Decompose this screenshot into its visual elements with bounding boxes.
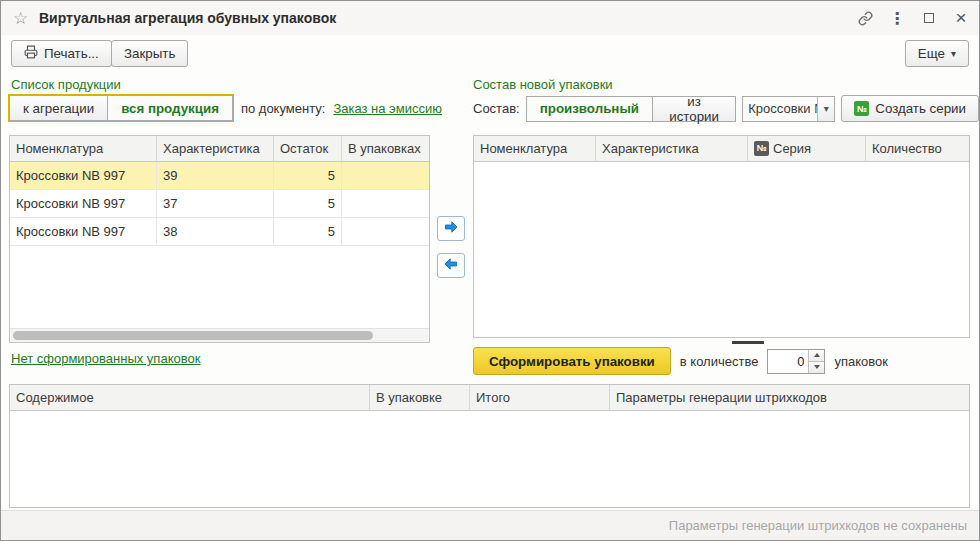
column-header-stock[interactable]: Остаток bbox=[274, 136, 342, 162]
column-header-nomenclature[interactable]: Номенклатура bbox=[10, 136, 157, 162]
triangle-up-icon bbox=[814, 353, 820, 357]
combobox-value: Кроссовки N bbox=[743, 97, 817, 121]
column-header-series[interactable]: № Серия bbox=[748, 136, 866, 162]
status-text: Параметры генерации штрихкодов не сохран… bbox=[669, 511, 967, 540]
horizontal-scrollbar[interactable] bbox=[10, 328, 429, 342]
app-window: ☆ Виртуальная агрегация обувных упаковок… bbox=[0, 0, 980, 541]
move-left-button[interactable] bbox=[437, 253, 465, 278]
splitter-grip[interactable] bbox=[732, 341, 764, 344]
cell-stock: 5 bbox=[274, 162, 342, 190]
package-table-header: Номенклатура Характеристика № Серия Коли… bbox=[474, 136, 969, 162]
numero-icon: № bbox=[754, 141, 769, 156]
column-header-nomenclature[interactable]: Номенклатура bbox=[474, 136, 596, 162]
new-package-title: Состав новой упаковки bbox=[473, 77, 613, 92]
kebab-menu-icon[interactable]: ⋮ bbox=[889, 10, 905, 26]
compose-mode-toggle: произвольный из истории bbox=[526, 96, 737, 122]
spin-up-button[interactable] bbox=[809, 350, 824, 361]
column-header-in-package[interactable]: В упаковке bbox=[370, 385, 470, 411]
table-row[interactable]: Кроссовки NB 997 38 5 bbox=[10, 218, 429, 246]
cell-characteristic: 38 bbox=[157, 218, 274, 246]
spinner bbox=[808, 350, 824, 373]
close-icon[interactable]: × bbox=[953, 10, 969, 26]
compose-label: Состав: bbox=[473, 101, 520, 116]
titlebar: ☆ Виртуальная агрегация обувных упаковок… bbox=[1, 1, 979, 35]
mode-custom[interactable]: произвольный bbox=[526, 96, 653, 122]
create-series-label: Создать серии bbox=[875, 101, 966, 116]
close-form-label: Закрыть bbox=[124, 46, 175, 61]
status-bar: Параметры генерации штрихкодов не сохран… bbox=[1, 510, 979, 540]
printer-icon bbox=[24, 45, 38, 62]
column-header-characteristic[interactable]: Характеристика bbox=[596, 136, 748, 162]
more-button-label: Еще bbox=[918, 46, 945, 61]
filter-all-products[interactable]: вся продукция bbox=[107, 95, 233, 121]
product-filter-toggle: к агрегации вся продукция bbox=[9, 95, 233, 121]
table-row[interactable]: Кроссовки NB 997 37 5 bbox=[10, 190, 429, 218]
series-header-label: Серия bbox=[773, 136, 811, 161]
column-header-total[interactable]: Итого bbox=[470, 385, 610, 411]
product-list-title: Список продукции bbox=[11, 77, 121, 92]
cell-characteristic: 37 bbox=[157, 190, 274, 218]
table-row[interactable]: Кроссовки NB 997 39 5 bbox=[10, 162, 429, 190]
column-header-quantity[interactable]: Количество bbox=[866, 136, 969, 162]
scrollbar-thumb[interactable] bbox=[13, 331, 373, 340]
cell-packed bbox=[342, 218, 429, 246]
column-header-packed[interactable]: В упаковках bbox=[342, 136, 429, 162]
filter-to-aggregation[interactable]: к агрегации bbox=[9, 95, 108, 121]
product-table: Номенклатура Характеристика Остаток В уп… bbox=[9, 135, 430, 343]
no-packages-link[interactable]: Нет сформированных упаковок bbox=[11, 351, 200, 366]
more-button[interactable]: Еще ▾ bbox=[905, 40, 969, 67]
link-icon[interactable] bbox=[857, 10, 873, 26]
product-table-header: Номенклатура Характеристика Остаток В уп… bbox=[10, 136, 429, 162]
create-series-button[interactable]: № Создать серии bbox=[841, 95, 979, 122]
close-form-button[interactable]: Закрыть bbox=[111, 40, 188, 67]
cell-packed bbox=[342, 162, 429, 190]
print-button-label: Печать... bbox=[44, 46, 99, 61]
favorite-star-icon[interactable]: ☆ bbox=[13, 8, 28, 29]
product-list-controls: к агрегации вся продукция по документу: … bbox=[9, 95, 442, 121]
arrow-left-icon bbox=[442, 256, 460, 275]
toolbar: Печать... Закрыть Еще ▾ bbox=[1, 37, 979, 71]
cell-nomenclature: Кроссовки NB 997 bbox=[10, 218, 157, 246]
arrow-right-icon bbox=[442, 219, 460, 238]
column-header-contents[interactable]: Содержимое bbox=[10, 385, 370, 411]
column-header-characteristic[interactable]: Характеристика bbox=[157, 136, 274, 162]
quantity-label: в количестве bbox=[680, 354, 759, 369]
mode-from-history[interactable]: из истории bbox=[652, 96, 736, 122]
cell-stock: 5 bbox=[274, 218, 342, 246]
history-package-combobox[interactable]: Кроссовки N ▾ bbox=[742, 96, 835, 122]
cell-stock: 5 bbox=[274, 190, 342, 218]
print-button[interactable]: Печать... bbox=[11, 40, 112, 67]
chevron-down-icon[interactable]: ▾ bbox=[817, 97, 834, 121]
result-table-header: Содержимое В упаковке Итого Параметры ге… bbox=[10, 385, 969, 411]
titlebar-icons: ⋮ × bbox=[857, 1, 969, 35]
maximize-icon[interactable] bbox=[921, 10, 937, 26]
column-header-barcode-params[interactable]: Параметры генерации штрихкодов bbox=[610, 385, 969, 411]
quantity-stepper bbox=[767, 349, 825, 374]
package-content-table: Номенклатура Характеристика № Серия Коли… bbox=[473, 135, 970, 338]
spin-down-button[interactable] bbox=[809, 361, 824, 373]
chevron-down-icon: ▾ bbox=[951, 48, 956, 59]
triangle-down-icon bbox=[814, 365, 820, 369]
emission-order-link[interactable]: Заказ на эмиссию bbox=[333, 101, 442, 116]
cell-characteristic: 39 bbox=[157, 162, 274, 190]
window-title: Виртуальная агрегация обувных упаковок bbox=[39, 1, 336, 35]
move-right-button[interactable] bbox=[437, 216, 465, 241]
by-document-label: по документу: bbox=[241, 101, 325, 116]
cell-nomenclature: Кроссовки NB 997 bbox=[10, 190, 157, 218]
new-package-controls: Состав: произвольный из истории Кроссовк… bbox=[473, 95, 979, 122]
form-packages-button[interactable]: Сформировать упаковки bbox=[473, 347, 671, 375]
cell-nomenclature: Кроссовки NB 997 bbox=[10, 162, 157, 190]
result-table: Содержимое В упаковке Итого Параметры ге… bbox=[9, 384, 970, 508]
form-packages-row: Сформировать упаковки в количестве упако… bbox=[473, 347, 888, 375]
quantity-suffix-label: упаковок bbox=[834, 354, 888, 369]
cell-packed bbox=[342, 190, 429, 218]
numero-icon: № bbox=[854, 101, 869, 116]
